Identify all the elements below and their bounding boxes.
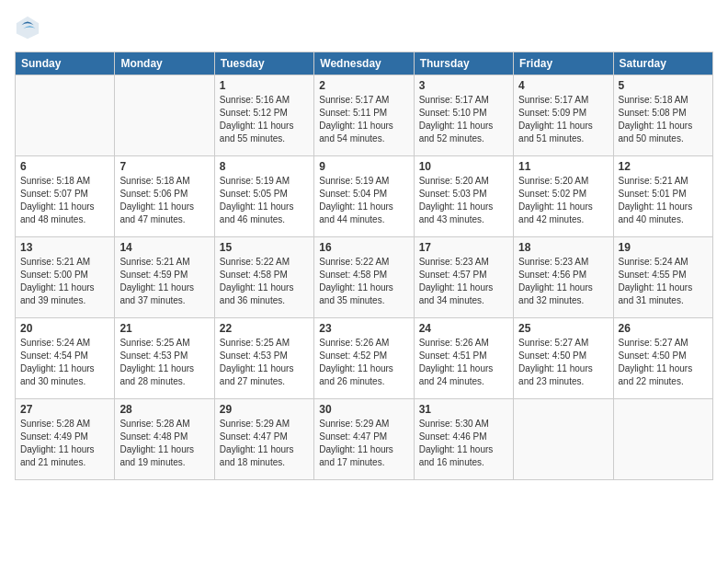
week-row-1: 1Sunrise: 5:16 AMSunset: 5:12 PMDaylight… bbox=[16, 75, 713, 156]
day-content: Sunrise: 5:19 AMSunset: 5:05 PMDaylight:… bbox=[220, 175, 309, 226]
calendar-cell: 23Sunrise: 5:26 AMSunset: 4:52 PMDayligh… bbox=[314, 318, 414, 399]
calendar-cell: 24Sunrise: 5:26 AMSunset: 4:51 PMDayligh… bbox=[414, 318, 513, 399]
logo-icon bbox=[15, 15, 40, 40]
day-content: Sunrise: 5:26 AMSunset: 4:51 PMDaylight:… bbox=[419, 337, 508, 388]
calendar-cell: 8Sunrise: 5:19 AMSunset: 5:05 PMDaylight… bbox=[214, 156, 313, 237]
day-content: Sunrise: 5:21 AMSunset: 5:00 PMDaylight:… bbox=[20, 256, 109, 307]
calendar-cell: 21Sunrise: 5:25 AMSunset: 4:53 PMDayligh… bbox=[115, 318, 214, 399]
day-number: 7 bbox=[119, 160, 209, 173]
day-number: 27 bbox=[20, 403, 109, 416]
day-content: Sunrise: 5:28 AMSunset: 4:49 PMDaylight:… bbox=[20, 418, 109, 469]
day-content: Sunrise: 5:22 AMSunset: 4:58 PMDaylight:… bbox=[319, 256, 408, 307]
day-content: Sunrise: 5:22 AMSunset: 4:58 PMDaylight:… bbox=[220, 256, 309, 307]
day-number: 24 bbox=[419, 322, 508, 335]
day-number: 5 bbox=[619, 79, 708, 92]
day-number: 16 bbox=[319, 241, 408, 254]
col-header-saturday: Saturday bbox=[613, 52, 712, 75]
week-row-5: 27Sunrise: 5:28 AMSunset: 4:49 PMDayligh… bbox=[16, 399, 713, 480]
week-row-3: 13Sunrise: 5:21 AMSunset: 5:00 PMDayligh… bbox=[16, 237, 713, 318]
day-number: 1 bbox=[220, 79, 309, 92]
header-row: SundayMondayTuesdayWednesdayThursdayFrid… bbox=[16, 52, 713, 75]
calendar-cell: 31Sunrise: 5:30 AMSunset: 4:46 PMDayligh… bbox=[414, 399, 513, 480]
logo bbox=[15, 15, 44, 40]
day-content: Sunrise: 5:20 AMSunset: 5:03 PMDaylight:… bbox=[419, 175, 508, 226]
day-number: 6 bbox=[20, 160, 109, 173]
calendar-cell: 2Sunrise: 5:17 AMSunset: 5:11 PMDaylight… bbox=[314, 75, 414, 156]
calendar-cell: 18Sunrise: 5:23 AMSunset: 4:56 PMDayligh… bbox=[514, 237, 613, 318]
day-content: Sunrise: 5:23 AMSunset: 4:57 PMDaylight:… bbox=[419, 256, 508, 307]
day-number: 12 bbox=[619, 160, 708, 173]
day-content: Sunrise: 5:16 AMSunset: 5:12 PMDaylight:… bbox=[220, 94, 309, 145]
page-header bbox=[15, 15, 713, 40]
day-number: 22 bbox=[220, 322, 309, 335]
col-header-monday: Monday bbox=[115, 52, 214, 75]
day-number: 31 bbox=[419, 403, 508, 416]
calendar-cell: 17Sunrise: 5:23 AMSunset: 4:57 PMDayligh… bbox=[414, 237, 513, 318]
day-content: Sunrise: 5:25 AMSunset: 4:53 PMDaylight:… bbox=[220, 337, 309, 388]
day-number: 9 bbox=[319, 160, 408, 173]
day-number: 8 bbox=[220, 160, 309, 173]
col-header-friday: Friday bbox=[514, 52, 613, 75]
day-content: Sunrise: 5:18 AMSunset: 5:06 PMDaylight:… bbox=[119, 175, 209, 226]
calendar-cell: 13Sunrise: 5:21 AMSunset: 5:00 PMDayligh… bbox=[16, 237, 115, 318]
calendar-table: SundayMondayTuesdayWednesdayThursdayFrid… bbox=[15, 52, 713, 480]
day-content: Sunrise: 5:25 AMSunset: 4:53 PMDaylight:… bbox=[119, 337, 209, 388]
day-content: Sunrise: 5:28 AMSunset: 4:48 PMDaylight:… bbox=[119, 418, 209, 469]
day-content: Sunrise: 5:30 AMSunset: 4:46 PMDaylight:… bbox=[419, 418, 508, 469]
day-content: Sunrise: 5:26 AMSunset: 4:52 PMDaylight:… bbox=[319, 337, 408, 388]
calendar-cell: 5Sunrise: 5:18 AMSunset: 5:08 PMDaylight… bbox=[613, 75, 712, 156]
day-content: Sunrise: 5:19 AMSunset: 5:04 PMDaylight:… bbox=[319, 175, 408, 226]
calendar-cell: 9Sunrise: 5:19 AMSunset: 5:04 PMDaylight… bbox=[314, 156, 414, 237]
day-number: 19 bbox=[619, 241, 708, 254]
day-number: 3 bbox=[419, 79, 508, 92]
calendar-cell: 11Sunrise: 5:20 AMSunset: 5:02 PMDayligh… bbox=[514, 156, 613, 237]
day-content: Sunrise: 5:18 AMSunset: 5:08 PMDaylight:… bbox=[619, 94, 708, 145]
day-content: Sunrise: 5:20 AMSunset: 5:02 PMDaylight:… bbox=[518, 175, 608, 226]
calendar-cell: 6Sunrise: 5:18 AMSunset: 5:07 PMDaylight… bbox=[16, 156, 115, 237]
day-number: 15 bbox=[220, 241, 309, 254]
day-number: 10 bbox=[419, 160, 508, 173]
calendar-cell: 22Sunrise: 5:25 AMSunset: 4:53 PMDayligh… bbox=[214, 318, 313, 399]
calendar-cell bbox=[514, 399, 613, 480]
day-number: 28 bbox=[119, 403, 209, 416]
day-content: Sunrise: 5:21 AMSunset: 4:59 PMDaylight:… bbox=[119, 256, 209, 307]
week-row-4: 20Sunrise: 5:24 AMSunset: 4:54 PMDayligh… bbox=[16, 318, 713, 399]
day-number: 13 bbox=[20, 241, 109, 254]
calendar-cell: 26Sunrise: 5:27 AMSunset: 4:50 PMDayligh… bbox=[613, 318, 712, 399]
day-number: 20 bbox=[20, 322, 109, 335]
calendar-cell: 3Sunrise: 5:17 AMSunset: 5:10 PMDaylight… bbox=[414, 75, 513, 156]
calendar-cell: 10Sunrise: 5:20 AMSunset: 5:03 PMDayligh… bbox=[414, 156, 513, 237]
day-number: 26 bbox=[619, 322, 708, 335]
day-content: Sunrise: 5:21 AMSunset: 5:01 PMDaylight:… bbox=[619, 175, 708, 226]
day-number: 18 bbox=[518, 241, 608, 254]
day-number: 4 bbox=[518, 79, 608, 92]
day-content: Sunrise: 5:27 AMSunset: 4:50 PMDaylight:… bbox=[619, 337, 708, 388]
day-content: Sunrise: 5:24 AMSunset: 4:55 PMDaylight:… bbox=[619, 256, 708, 307]
day-number: 17 bbox=[419, 241, 508, 254]
calendar-cell: 19Sunrise: 5:24 AMSunset: 4:55 PMDayligh… bbox=[613, 237, 712, 318]
svg-marker-0 bbox=[17, 17, 39, 39]
day-number: 30 bbox=[319, 403, 408, 416]
calendar-cell: 25Sunrise: 5:27 AMSunset: 4:50 PMDayligh… bbox=[514, 318, 613, 399]
day-number: 23 bbox=[319, 322, 408, 335]
col-header-sunday: Sunday bbox=[16, 52, 115, 75]
col-header-wednesday: Wednesday bbox=[314, 52, 414, 75]
calendar-cell: 20Sunrise: 5:24 AMSunset: 4:54 PMDayligh… bbox=[16, 318, 115, 399]
col-header-tuesday: Tuesday bbox=[214, 52, 313, 75]
day-content: Sunrise: 5:27 AMSunset: 4:50 PMDaylight:… bbox=[518, 337, 608, 388]
day-number: 29 bbox=[220, 403, 309, 416]
calendar-cell: 14Sunrise: 5:21 AMSunset: 4:59 PMDayligh… bbox=[115, 237, 214, 318]
calendar-cell: 29Sunrise: 5:29 AMSunset: 4:47 PMDayligh… bbox=[214, 399, 313, 480]
day-content: Sunrise: 5:17 AMSunset: 5:09 PMDaylight:… bbox=[518, 94, 608, 145]
col-header-thursday: Thursday bbox=[414, 52, 513, 75]
day-content: Sunrise: 5:29 AMSunset: 4:47 PMDaylight:… bbox=[319, 418, 408, 469]
day-number: 25 bbox=[518, 322, 608, 335]
calendar-cell: 27Sunrise: 5:28 AMSunset: 4:49 PMDayligh… bbox=[16, 399, 115, 480]
calendar-cell: 1Sunrise: 5:16 AMSunset: 5:12 PMDaylight… bbox=[214, 75, 313, 156]
day-content: Sunrise: 5:23 AMSunset: 4:56 PMDaylight:… bbox=[518, 256, 608, 307]
calendar-cell: 7Sunrise: 5:18 AMSunset: 5:06 PMDaylight… bbox=[115, 156, 214, 237]
day-number: 11 bbox=[518, 160, 608, 173]
day-number: 21 bbox=[119, 322, 209, 335]
day-content: Sunrise: 5:17 AMSunset: 5:10 PMDaylight:… bbox=[419, 94, 508, 145]
week-row-2: 6Sunrise: 5:18 AMSunset: 5:07 PMDaylight… bbox=[16, 156, 713, 237]
